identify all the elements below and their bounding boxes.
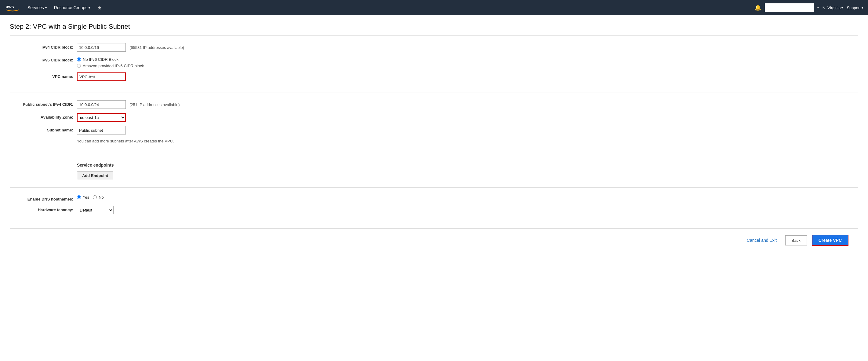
page-content: Step 2: VPC with a Single Public Subnet … — [0, 15, 868, 259]
service-endpoints-title: Service endpoints — [10, 163, 858, 167]
add-endpoint-button[interactable]: Add Endpoint — [77, 171, 113, 180]
public-subnet-hint: (251 IP addresses available) — [129, 103, 180, 107]
subnet-section: Public subnet's IPv4 CIDR: (251 IP addre… — [10, 98, 858, 150]
ipv4-cidr-input[interactable] — [77, 43, 126, 52]
ipv4-cidr-label: IPv4 CIDR block: — [10, 43, 77, 50]
cancel-button[interactable]: Cancel and Exit — [743, 235, 780, 245]
section-divider-3 — [10, 187, 858, 188]
service-endpoints-section: Service endpoints Add Endpoint — [10, 160, 858, 183]
ipv6-amazon-option[interactable]: Amazon provided IPv6 CIDR block — [77, 63, 144, 68]
subnet-name-label: Subnet name: — [10, 126, 77, 132]
ipv4-cidr-row: IPv4 CIDR block: (65531 IP addresses ava… — [10, 43, 858, 52]
dns-yes-radio[interactable] — [77, 195, 81, 199]
region-chevron-icon: ▾ — [841, 6, 843, 9]
ipv6-radio-group: No IPv6 CIDR Block Amazon provided IPv6 … — [77, 56, 144, 68]
subnet-name-controls — [77, 126, 858, 135]
subnet-note: You can add more subnets after AWS creat… — [10, 139, 858, 143]
ipv6-cidr-row: IPv6 CIDR block: No IPv6 CIDR Block Amaz… — [10, 56, 858, 68]
public-subnet-cidr-row: Public subnet's IPv4 CIDR: (251 IP addre… — [10, 100, 858, 109]
navbar: aws Services ▾ Resource Groups ▾ ★ 🔔 ▾ N… — [0, 0, 868, 15]
form-section: IPv4 CIDR block: (65531 IP addresses ava… — [10, 40, 858, 88]
navbar-right: 🔔 ▾ N. Virginia ▾ Support ▾ — [754, 3, 863, 12]
ipv6-cidr-controls: No IPv6 CIDR Block Amazon provided IPv6 … — [77, 56, 858, 68]
ipv4-cidr-controls: (65531 IP addresses available) — [77, 43, 858, 52]
region-selector[interactable]: N. Virginia ▾ — [823, 5, 843, 10]
ipv6-amazon-radio[interactable] — [77, 64, 81, 68]
public-subnet-cidr-input[interactable] — [77, 100, 126, 109]
hardware-tenancy-row: Hardware tenancy: Default Dedicated — [10, 206, 858, 214]
vpc-name-input[interactable] — [77, 73, 126, 81]
ipv6-no-option[interactable]: No IPv6 CIDR Block — [77, 57, 144, 62]
ipv4-cidr-hint: (65531 IP addresses available) — [129, 45, 184, 50]
create-vpc-button[interactable]: Create VPC — [812, 235, 848, 246]
ipv6-no-radio[interactable] — [77, 57, 81, 61]
enable-dns-label: Enable DNS hostnames: — [10, 195, 77, 201]
page-title: Step 2: VPC with a Single Public Subnet — [10, 23, 858, 31]
public-subnet-cidr-label: Public subnet's IPv4 CIDR: — [10, 100, 77, 107]
availability-zone-select[interactable]: us-east-1a us-east-1b us-east-1c No Pref… — [77, 113, 126, 122]
resource-groups-chevron-icon: ▾ — [89, 6, 90, 9]
hardware-tenancy-controls: Default Dedicated — [77, 206, 858, 214]
services-nav[interactable]: Services ▾ — [25, 4, 49, 11]
dns-no-radio[interactable] — [93, 195, 97, 199]
availability-zone-label: Availability Zone: — [10, 113, 77, 119]
footer-bar: Cancel and Exit Back Create VPC — [10, 228, 858, 252]
vpc-name-label: VPC name: — [10, 73, 77, 79]
hardware-tenancy-select[interactable]: Default Dedicated — [77, 206, 114, 214]
search-chevron-icon: ▾ — [817, 6, 819, 9]
enable-dns-controls: Yes No — [77, 195, 858, 200]
search-input[interactable] — [765, 3, 814, 12]
back-button[interactable]: Back — [785, 235, 807, 246]
vpc-name-row: VPC name: — [10, 73, 858, 81]
dns-yes-option[interactable]: Yes — [77, 195, 89, 200]
support-chevron-icon: ▾ — [862, 6, 863, 9]
ipv6-cidr-label: IPv6 CIDR block: — [10, 56, 77, 62]
resource-groups-nav[interactable]: Resource Groups ▾ — [52, 4, 93, 11]
svg-text:aws: aws — [6, 4, 14, 9]
dns-section: Enable DNS hostnames: Yes No Hardware te… — [10, 193, 858, 221]
notifications-bell-icon[interactable]: 🔔 — [754, 4, 761, 11]
public-subnet-cidr-controls: (251 IP addresses available) — [77, 100, 858, 109]
vpc-name-controls — [77, 73, 858, 81]
availability-zone-controls: us-east-1a us-east-1b us-east-1c No Pref… — [77, 113, 858, 122]
aws-logo[interactable]: aws — [5, 3, 20, 12]
support-menu[interactable]: Support ▾ — [847, 5, 863, 10]
enable-dns-row: Enable DNS hostnames: Yes No — [10, 195, 858, 201]
title-divider — [10, 35, 858, 36]
availability-zone-row: Availability Zone: us-east-1a us-east-1b… — [10, 113, 858, 122]
subnet-name-input[interactable] — [77, 126, 126, 135]
services-chevron-icon: ▾ — [45, 6, 47, 9]
subnet-name-row: Subnet name: — [10, 126, 858, 135]
section-divider-2 — [10, 155, 858, 155]
dns-no-option[interactable]: No — [93, 195, 104, 200]
hardware-tenancy-label: Hardware tenancy: — [10, 206, 77, 212]
bookmarks-nav[interactable]: ★ — [95, 4, 104, 12]
